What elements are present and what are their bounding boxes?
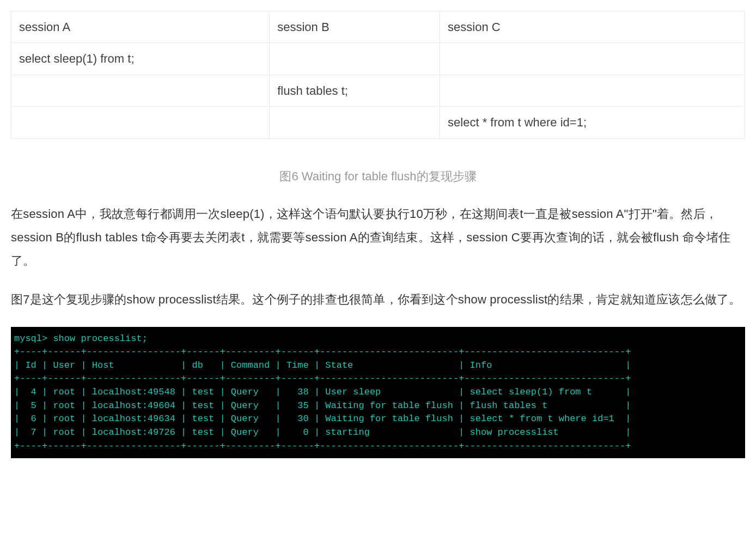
terminal-divider: +----+------+-----------------+------+--… [14, 373, 631, 384]
cell: select * from t where id=1; [440, 107, 745, 138]
terminal-data-row: | 7 | root | localhost:49726 | test | Qu… [14, 427, 631, 438]
terminal-divider: +----+------+-----------------+------+--… [14, 347, 631, 357]
header-session-a: session A [11, 11, 270, 43]
sessions-table: session A session B session C select sle… [11, 11, 745, 139]
terminal-data-row: | 6 | root | localhost:49634 | test | Qu… [14, 414, 631, 424]
terminal-prompt: mysql> show processlist; [14, 333, 148, 344]
mysql-terminal-output: mysql> show processlist; +----+------+--… [11, 327, 745, 459]
terminal-data-row: | 5 | root | localhost:49604 | test | Qu… [14, 400, 631, 411]
cell: flush tables t; [270, 75, 440, 106]
table-row: select * from t where id=1; [11, 107, 745, 138]
sessions-header-row: session A session B session C [11, 11, 745, 43]
cell: select sleep(1) from t; [11, 43, 270, 75]
paragraph-2: 图7是这个复现步骤的show processlist结果。这个例子的排查也很简单… [11, 288, 745, 312]
cell [11, 75, 270, 106]
terminal-header-row: | Id | User | Host | db | Command | Time… [14, 360, 631, 370]
header-session-c: session C [440, 11, 745, 43]
cell [11, 107, 270, 138]
cell [440, 75, 745, 106]
cell [270, 43, 440, 75]
table-row: select sleep(1) from t; [11, 43, 745, 75]
cell [440, 43, 745, 75]
header-session-b: session B [270, 11, 440, 43]
terminal-divider: +----+------+-----------------+------+--… [14, 441, 631, 451]
figure6-caption: 图6 Waiting for table flush的复现步骤 [11, 166, 745, 186]
table-row: flush tables t; [11, 75, 745, 106]
terminal-data-row: | 4 | root | localhost:49548 | test | Qu… [14, 387, 631, 397]
paragraph-1: 在session A中，我故意每行都调用一次sleep(1)，这样这个语句默认要… [11, 203, 745, 273]
cell [270, 107, 440, 138]
